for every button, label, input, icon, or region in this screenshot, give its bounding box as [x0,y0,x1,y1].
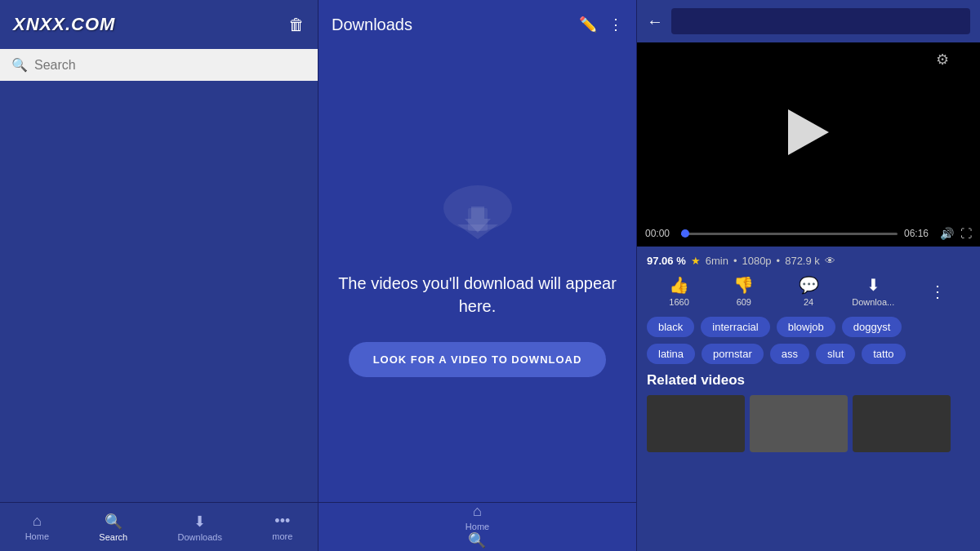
comment-count: 24 [804,297,813,307]
tag-doggystyle[interactable]: doggyst [842,317,902,337]
more-nav-icon: ••• [274,513,290,530]
tag-tattoo[interactable]: tatto [862,344,905,364]
volume-icon[interactable]: 🔊 [940,227,954,240]
video-meta: 97.06 % ★ 6min • 1080p • 872.9 k 👁 👍 166… [637,247,980,460]
site-logo: XNXX.COM [13,14,115,35]
tag-ass[interactable]: ass [770,344,809,364]
search-panel: XNXX.COM 🗑 🔍 ⌂ Home 🔍 Search ⬇ Downloads… [0,0,318,551]
tags-row-1: black interracial blowjob doggyst [647,317,970,337]
video-actions-row: 👍 1660 👎 609 💬 24 ⬇ Downloa... ⋮ [647,275,970,307]
tags-row-2: latina pornstar ass slut tatto [647,344,970,364]
related-thumb-3[interactable] [853,395,951,452]
edit-icon[interactable]: ✏️ [579,16,597,33]
related-videos-title: Related videos [647,372,970,389]
video-views: 872.9 k [785,255,820,267]
downloads-header-icons: ✏️ ⋮ [579,16,623,33]
video-header: ← [637,0,980,42]
nav-more[interactable]: ••• more [272,513,292,541]
downloads-panel-bottom-nav: ⌂ Home 🔍 Search ⬇ Downloads ••• more [318,502,637,551]
related-thumbnails [647,395,970,452]
comment-action[interactable]: 💬 24 [776,275,840,307]
download-icon: ⬇ [866,275,880,295]
look-for-video-button[interactable]: LOOK FOR A VIDEO TO DOWNLOAD [349,342,607,377]
video-stats-row: 97.06 % ★ 6min • 1080p • 872.9 k 👁 [647,255,970,267]
tag-pornstar[interactable]: pornstar [702,344,764,364]
video-player[interactable]: ⚙ [637,42,980,222]
download-action[interactable]: ⬇ Downloa... [841,275,906,307]
video-quality: 1080p [742,255,771,267]
progress-dot [681,229,689,238]
time-current: 00:00 [645,228,675,239]
dl-home-icon: ⌂ [473,503,482,520]
fullscreen-icon[interactable]: ⛶ [960,227,972,240]
comment-icon: 💬 [799,275,819,295]
time-total: 06:16 [904,228,933,239]
empty-downloads-text: The videos you'll download will appear h… [335,272,620,318]
progress-bar[interactable] [681,233,898,235]
tag-latina[interactable]: latina [647,344,695,364]
video-controls: 00:00 06:16 🔊 ⛶ [637,222,980,247]
more-options-icon[interactable]: ⋮ [608,16,623,33]
back-arrow-icon[interactable]: ← [647,12,663,31]
trash-icon[interactable]: 🗑 [288,16,305,34]
nav-more-label: more [272,531,292,541]
search-input[interactable] [34,58,306,73]
related-thumb-1[interactable] [647,395,745,452]
downloads-title: Downloads [332,16,412,34]
tag-slut[interactable]: slut [816,344,855,364]
url-text [678,8,964,34]
downloads-nav-icon: ⬇ [194,513,206,531]
search-bar-container: 🔍 [0,49,318,81]
downloads-header: Downloads ✏️ ⋮ [318,0,636,49]
video-rating: 97.06 % [647,255,686,267]
like-action[interactable]: 👍 1660 [647,275,711,307]
cloud-download-icon [429,174,527,247]
downloads-panel: Downloads ✏️ ⋮ The videos you'll downloa… [318,0,637,551]
nav-search[interactable]: 🔍 Search [99,513,127,542]
search-icon: 🔍 [11,57,28,73]
dislike-count: 609 [737,297,751,307]
search-panel-bottom-nav: ⌂ Home 🔍 Search ⬇ Downloads ••• more [0,502,318,551]
nav-home-label: Home [25,531,49,541]
video-panel: ← ⚙ 00:00 06:16 🔊 ⛶ 97.06 % ★ 6min • 108… [637,0,980,551]
search-nav-icon: 🔍 [105,513,122,531]
nav-downloads[interactable]: ⬇ Downloads [178,513,222,542]
nav-search-label: Search [99,532,127,542]
home-icon: ⌂ [33,513,42,530]
star-icon: ★ [691,255,701,267]
more-icon: ⋮ [929,282,946,301]
url-bar[interactable] [671,8,970,34]
more-action[interactable]: ⋮ [906,282,970,301]
search-header: XNXX.COM 🗑 [0,0,318,49]
tag-black[interactable]: black [647,317,694,337]
like-icon: 👍 [669,275,689,295]
dl-nav-search[interactable]: 🔍 Search [463,531,492,551]
eye-icon: 👁 [825,255,835,267]
dislike-action[interactable]: 👎 609 [711,275,776,307]
play-button[interactable] [788,109,829,155]
dl-nav-home-label: Home [466,522,489,531]
tag-interracial[interactable]: interracial [701,317,769,337]
download-label: Downloa... [852,297,894,307]
settings-icon[interactable]: ⚙ [936,51,949,69]
dl-search-icon: 🔍 [468,531,486,549]
nav-home[interactable]: ⌂ Home [25,513,49,541]
dl-nav-home[interactable]: ⌂ Home [466,503,489,531]
search-content-area [0,81,318,502]
downloads-content: The videos you'll download will appear h… [318,49,636,502]
dislike-icon: 👎 [733,275,754,295]
related-thumb-2[interactable] [750,395,848,452]
like-count: 1660 [669,297,688,307]
video-duration: 6min [706,255,728,267]
tag-blowjob[interactable]: blowjob [777,317,835,337]
nav-downloads-label: Downloads [178,532,222,542]
